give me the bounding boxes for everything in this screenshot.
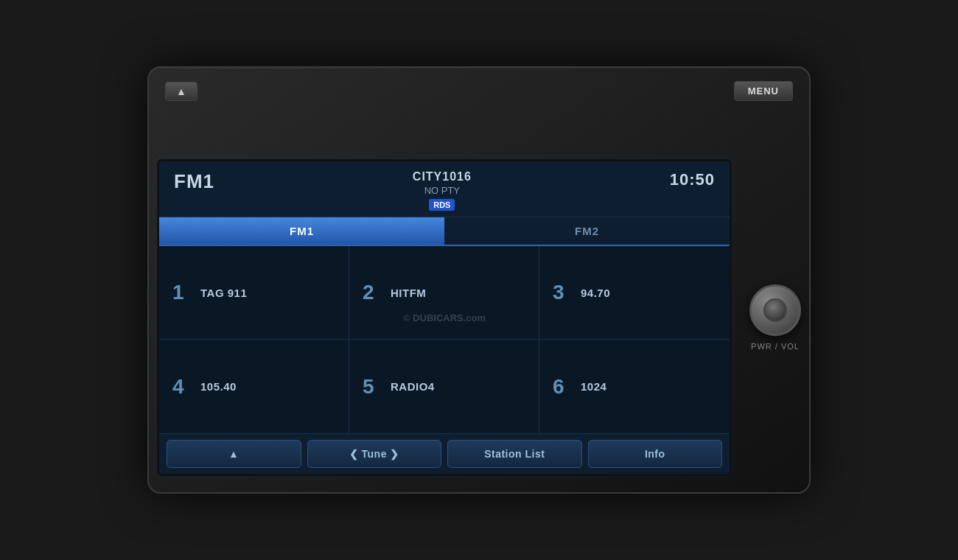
fm-band-label: FM1 [174,170,214,193]
preset-number-1: 1 [172,281,190,304]
preset-label-3: 94.70 [581,287,610,299]
preset-label-5: RADIO4 [391,380,435,393]
pwr-vol-label: PWR / VOL [751,342,800,351]
right-controls: PWR / VOL [742,284,801,351]
preset-label-4: 105.40 [200,380,237,393]
top-bar: ▲ MENU [165,81,793,101]
screen-header: FM1 CITY1016 NO PTY RDS 10:50 [159,161,730,217]
scroll-up-button[interactable]: ▲ [167,440,301,468]
car-radio: ▲ MENU © DUBICARS.com FM1 CITY1016 NO PT… [147,66,811,494]
info-button[interactable]: Info [588,440,723,468]
display-screen: © DUBICARS.com FM1 CITY1016 NO PTY RDS 1… [157,159,732,476]
station-name: CITY1016 [413,170,472,183]
preset-number-5: 5 [363,375,380,399]
preset-6[interactable]: 6 1024 [539,340,730,433]
bottom-controls: ▲ ❮ Tune ❯ Station List Info [159,433,730,474]
tab-fm1[interactable]: FM1 [159,217,444,245]
radio-body: © DUBICARS.com FM1 CITY1016 NO PTY RDS 1… [157,159,801,476]
preset-grid: 1 TAG 911 2 HITFM 3 94.70 4 105.40 5 R [159,246,730,433]
preset-5[interactable]: 5 RADIO4 [349,340,539,433]
preset-label-1: TAG 911 [200,287,247,299]
preset-number-6: 6 [553,375,570,399]
preset-1[interactable]: 1 TAG 911 [159,246,349,340]
preset-number-2: 2 [363,281,380,304]
eject-button[interactable]: ▲ [165,82,197,101]
tab-fm2[interactable]: FM2 [444,217,730,245]
menu-button[interactable]: MENU [734,81,793,101]
pwr-vol-knob[interactable] [749,284,801,336]
preset-number-4: 4 [172,375,190,399]
preset-label-2: HITFM [391,287,426,299]
preset-label-6: 1024 [581,380,606,393]
preset-3[interactable]: 3 94.70 [539,246,730,340]
no-pty-label: NO PTY [424,185,460,196]
station-list-button[interactable]: Station List [447,440,582,468]
tab-bar: FM1 FM2 [159,217,730,246]
rds-badge: RDS [429,199,455,211]
preset-4[interactable]: 4 105.40 [159,340,349,433]
time-display: 10:50 [670,170,715,189]
preset-number-3: 3 [553,281,570,304]
station-info: CITY1016 NO PTY RDS [413,170,472,211]
tune-button[interactable]: ❮ Tune ❯ [307,440,442,468]
preset-2[interactable]: 2 HITFM [349,246,539,340]
